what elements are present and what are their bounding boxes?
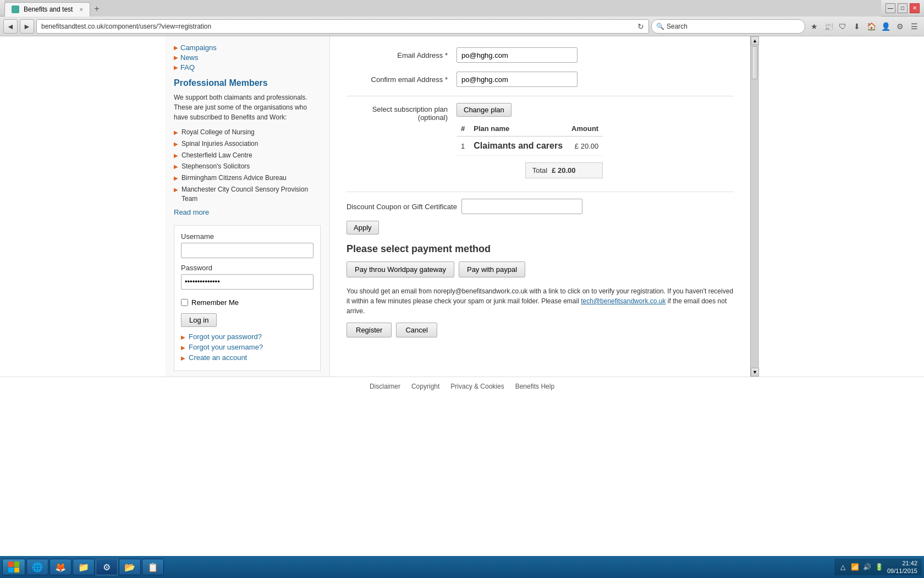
- active-tab[interactable]: Benefits and test ×: [4, 2, 90, 17]
- minimize-button[interactable]: —: [886, 3, 895, 13]
- subscription-row: Select subscription plan (optional) Chan…: [346, 103, 734, 185]
- payment-title: Please select payment method: [346, 243, 734, 255]
- system-clock[interactable]: 21:42 09/11/2015: [887, 559, 917, 575]
- forward-button[interactable]: ►: [20, 19, 34, 34]
- win-q4: [14, 568, 20, 573]
- back-button[interactable]: ◄: [3, 19, 18, 34]
- clipboard-icon: 📋: [147, 562, 158, 572]
- col-amount: Amount: [567, 121, 603, 137]
- taskbar-firefox[interactable]: 🦊: [50, 559, 72, 575]
- footer-copyright[interactable]: Copyright: [411, 383, 439, 390]
- org-item-mcc: ▶ Manchester City Council Sensory Provis…: [174, 185, 321, 204]
- sidebar: ▶ Campaigns ▶ News ▶ FAQ Professional Me…: [165, 36, 330, 377]
- sidebar-item-news[interactable]: ▶ News: [174, 53, 321, 62]
- taskbar: 🌐 🦊 📁 ⚙ 📂 📋 △ 📶 🔊 🔋 21:42 09/11/2015: [0, 556, 924, 578]
- home-icon[interactable]: 🏠: [865, 20, 878, 33]
- col-plan-name: Plan name: [469, 121, 567, 137]
- reading-icon[interactable]: 📰: [822, 20, 835, 33]
- shield-icon[interactable]: 🛡: [836, 20, 849, 33]
- taskbar-explorer[interactable]: 📁: [73, 559, 95, 575]
- search-input[interactable]: [667, 23, 800, 30]
- close-button[interactable]: ✕: [910, 3, 920, 13]
- page-wrapper: ▶ Campaigns ▶ News ▶ FAQ Professional Me…: [0, 36, 924, 556]
- settings-icon[interactable]: ⚙: [893, 20, 906, 33]
- tray-network-icon: 📶: [851, 563, 860, 571]
- scrollbar[interactable]: ▲ ▼: [750, 36, 759, 377]
- scroll-track[interactable]: [751, 45, 759, 368]
- paypal-button[interactable]: Pay with paypal: [459, 261, 525, 277]
- tab-close-btn[interactable]: ×: [79, 6, 82, 13]
- address-input[interactable]: [36, 19, 649, 34]
- taskbar-chrome[interactable]: ⚙: [96, 559, 118, 575]
- remember-me-checkbox[interactable]: [181, 299, 188, 306]
- worldpay-button[interactable]: Pay throu Worldpay gateway: [346, 261, 454, 277]
- taskbar-ie[interactable]: 🌐: [26, 559, 48, 575]
- subscription-content: Change plan # Plan name Amount: [457, 103, 603, 185]
- search-container: 🔍: [651, 19, 805, 34]
- bookmark-icon[interactable]: ★: [807, 20, 821, 33]
- org-arrow: ▶: [174, 186, 178, 194]
- col-num: #: [457, 121, 469, 137]
- footer-help[interactable]: Benefits Help: [515, 383, 554, 390]
- new-tab-button[interactable]: +: [90, 2, 103, 15]
- tech-email-link[interactable]: tech@benefitsandwork.co.uk: [581, 297, 666, 305]
- footer-links: Disclaimer Copyright Privacy & Cookies B…: [0, 383, 924, 390]
- window-controls: — □ ✕: [886, 3, 920, 13]
- download-icon[interactable]: ⬇: [850, 20, 864, 33]
- org-name: Chesterfield Law Centre: [182, 151, 252, 160]
- clock-time: 21:42: [887, 559, 917, 567]
- sidebar-item-faq[interactable]: ▶ FAQ: [174, 63, 321, 72]
- email-row: Email Address *: [346, 47, 734, 63]
- user-icon[interactable]: 👤: [879, 20, 892, 33]
- forgot-password-link[interactable]: Forgot your password?: [189, 332, 262, 341]
- system-tray: △ 📶 🔊 🔋 21:42 09/11/2015: [834, 559, 922, 575]
- scroll-down-btn[interactable]: ▼: [751, 368, 759, 377]
- campaigns-link[interactable]: Campaigns: [180, 43, 217, 52]
- total-row: Total £ 20.00: [457, 162, 603, 178]
- faq-link[interactable]: FAQ: [180, 63, 195, 72]
- org-item-clc: ▶ Chesterfield Law Centre: [174, 151, 321, 160]
- divider: [346, 96, 734, 96]
- email-input[interactable]: [457, 47, 578, 63]
- win-q2: [14, 561, 20, 567]
- forgot-username-link[interactable]: Forgot your username?: [189, 343, 263, 351]
- maximize-button[interactable]: □: [898, 3, 908, 13]
- refresh-button[interactable]: ↻: [635, 20, 647, 32]
- tab-favicon: [12, 6, 19, 13]
- apply-row: Apply: [346, 221, 734, 235]
- scrollbar-thumb[interactable]: [752, 46, 758, 79]
- news-link[interactable]: News: [180, 53, 199, 62]
- footer-privacy[interactable]: Privacy & Cookies: [450, 383, 504, 390]
- cancel-button[interactable]: Cancel: [396, 323, 437, 337]
- forgot-username-item: ▶ Forgot your username?: [181, 343, 314, 351]
- discount-input[interactable]: [461, 199, 582, 214]
- taskbar-explorer2[interactable]: 📂: [119, 559, 141, 575]
- payment-buttons: Pay throu Worldpay gateway Pay with payp…: [346, 261, 734, 277]
- org-arrow: ▶: [174, 129, 178, 137]
- faq-arrow: ▶: [174, 64, 178, 70]
- read-more-link[interactable]: Read more: [174, 208, 209, 216]
- create-account-link[interactable]: Create an account: [189, 353, 247, 362]
- password-input[interactable]: [181, 274, 314, 290]
- sidebar-item-campaigns[interactable]: ▶ Campaigns: [174, 43, 321, 52]
- footer-disclaimer[interactable]: Disclaimer: [370, 383, 400, 390]
- remember-me-label: Remember Me: [191, 298, 239, 307]
- main-form: Email Address * Confirm email Address * …: [330, 36, 750, 377]
- arrow-icon: ▶: [181, 334, 185, 340]
- change-plan-button[interactable]: Change plan: [457, 103, 512, 117]
- discount-label: Discount Coupon or Gift Certificate: [346, 203, 457, 211]
- scroll-up-btn[interactable]: ▲: [751, 36, 759, 45]
- login-button[interactable]: Log in: [181, 313, 217, 327]
- confirm-email-input[interactable]: [457, 72, 578, 87]
- email-label: Email Address *: [346, 51, 457, 59]
- start-button[interactable]: [2, 559, 25, 575]
- apply-button[interactable]: Apply: [346, 221, 379, 235]
- username-input[interactable]: [181, 243, 314, 258]
- arrow-icon: ▶: [181, 345, 185, 351]
- taskbar-clipboard[interactable]: 📋: [142, 559, 164, 575]
- total-amount: £ 20.00: [552, 166, 596, 175]
- chrome-icon: ⚙: [103, 562, 111, 572]
- menu-icon[interactable]: ☰: [908, 20, 921, 33]
- register-button[interactable]: Register: [346, 323, 392, 337]
- password-label: Password: [181, 264, 314, 272]
